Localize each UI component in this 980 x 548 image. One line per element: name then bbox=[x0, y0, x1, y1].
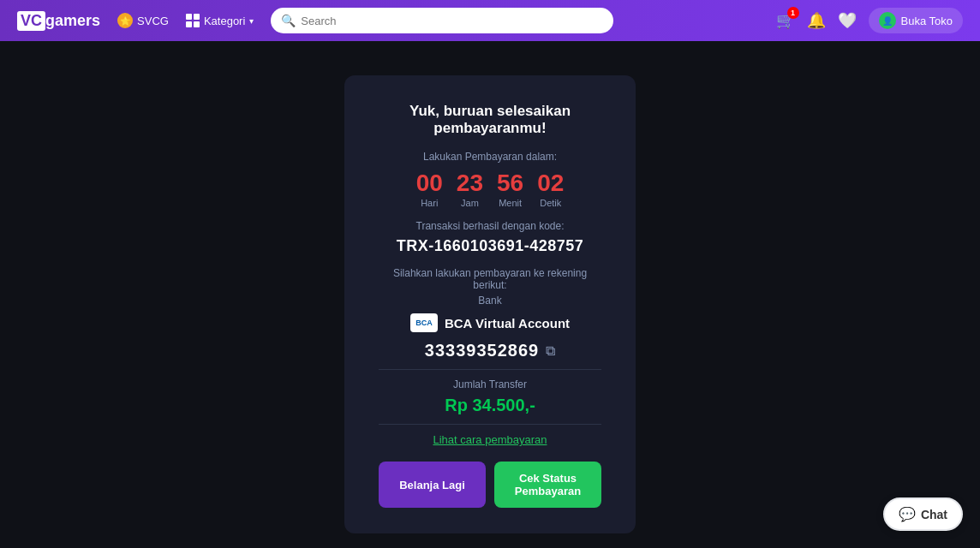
kategori-label: Kategori bbox=[204, 15, 245, 27]
chat-label: Chat bbox=[921, 508, 947, 521]
transfer-label: Jumlah Transfer bbox=[379, 378, 601, 390]
divider-1 bbox=[379, 369, 601, 370]
search-bar[interactable]: 🔍 bbox=[271, 8, 613, 33]
search-icon: 🔍 bbox=[281, 14, 296, 27]
hari-unit: Hari bbox=[421, 198, 438, 208]
svcg-label: SVCG bbox=[137, 15, 169, 27]
svcg-icon: ⭐ bbox=[117, 13, 133, 28]
bca-logo: BCA bbox=[410, 313, 438, 332]
chat-icon: 💬 bbox=[899, 506, 916, 522]
store-avatar: 👤 bbox=[879, 12, 896, 29]
logo-vc: VC bbox=[17, 11, 45, 31]
countdown-detik: 02 Detik bbox=[537, 171, 564, 208]
account-number: 33339352869 bbox=[425, 341, 539, 360]
copy-icon[interactable]: ⧉ bbox=[546, 343, 555, 359]
payment-instruction: Silahkan lakukan pembayaran ke rekening … bbox=[379, 267, 601, 291]
bank-label: Bank bbox=[379, 295, 601, 307]
detik-value: 02 bbox=[537, 171, 564, 195]
logo[interactable]: VCgamers bbox=[17, 11, 100, 31]
jam-value: 23 bbox=[457, 171, 483, 195]
view-payment-link[interactable]: Lihat cara pembayaran bbox=[379, 433, 601, 446]
payment-card: Yuk, buruan selesaikan pembayaranmu! Lak… bbox=[344, 75, 636, 533]
search-input[interactable] bbox=[301, 15, 603, 27]
buka-toko-button[interactable]: 👤 Buka Toko bbox=[869, 8, 963, 33]
transaction-label: Transaksi berhasil dengan kode: bbox=[379, 220, 601, 232]
wishlist-button[interactable]: 🤍 bbox=[838, 11, 857, 30]
notification-button[interactable]: 🔔 bbox=[807, 11, 826, 30]
navbar: VCgamers ⭐ SVCG Kategori ▾ 🔍 🛒 1 🔔 🤍 👤 B… bbox=[0, 0, 980, 41]
main-content: Yuk, buruan selesaikan pembayaranmu! Lak… bbox=[0, 41, 980, 548]
transfer-amount: Rp 34.500,- bbox=[379, 396, 601, 415]
account-row: 33339352869 ⧉ bbox=[379, 341, 601, 360]
bank-name: BCA Virtual Account bbox=[445, 316, 570, 331]
buka-toko-label: Buka Toko bbox=[901, 15, 953, 27]
action-buttons: Belanja Lagi Cek Status Pembayaran bbox=[379, 462, 601, 508]
bank-row: BCA BCA Virtual Account bbox=[379, 313, 601, 332]
navbar-right: 🛒 1 🔔 🤍 👤 Buka Toko bbox=[776, 8, 963, 33]
countdown-row: 00 Hari 23 Jam 56 Menit 02 Detik bbox=[379, 171, 601, 208]
hari-value: 00 bbox=[416, 171, 443, 195]
grid-icon bbox=[186, 14, 200, 27]
divider-2 bbox=[379, 424, 601, 425]
cart-badge: 1 bbox=[787, 7, 799, 19]
menit-unit: Menit bbox=[499, 198, 522, 208]
detik-unit: Detik bbox=[540, 198, 561, 208]
payment-title: Yuk, buruan selesaikan pembayaranmu! bbox=[379, 103, 601, 137]
logo-gamers: gamers bbox=[45, 12, 100, 30]
chat-button[interactable]: 💬 Chat bbox=[883, 497, 963, 531]
belanja-lagi-button[interactable]: Belanja Lagi bbox=[379, 462, 486, 508]
countdown-menit: 56 Menit bbox=[497, 171, 523, 208]
menit-value: 56 bbox=[497, 171, 523, 195]
kategori-menu[interactable]: Kategori ▾ bbox=[186, 14, 254, 27]
cart-button[interactable]: 🛒 1 bbox=[776, 11, 795, 30]
chevron-down-icon: ▾ bbox=[249, 16, 254, 26]
countdown-jam: 23 Jam bbox=[457, 171, 483, 208]
svcg-menu[interactable]: ⭐ SVCG bbox=[117, 13, 169, 28]
cek-status-button[interactable]: Cek Status Pembayaran bbox=[494, 462, 601, 508]
countdown-hari: 00 Hari bbox=[416, 171, 443, 208]
timer-label: Lakukan Pembayaran dalam: bbox=[379, 151, 601, 163]
jam-unit: Jam bbox=[461, 198, 479, 208]
transaction-code: TRX-1660103691-428757 bbox=[379, 237, 601, 255]
